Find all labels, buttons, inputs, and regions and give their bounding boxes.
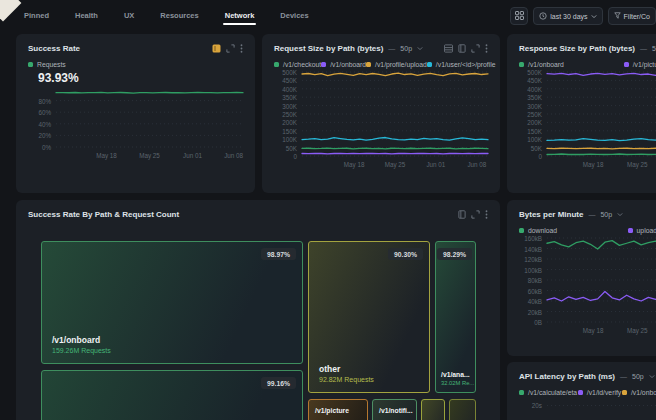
line-chart (302, 72, 488, 156)
line-chart (547, 238, 656, 322)
tab-devices[interactable]: Devices (280, 2, 308, 29)
series-dot (519, 62, 524, 67)
panel-request-size: Request Size by Path (bytes) — 50p /v1/c… (262, 34, 500, 193)
panel-bytes-per-minute: Bytes per Minute — 50p download upload 1… (507, 200, 656, 356)
y-axis: 20s (519, 400, 547, 420)
success-badge: 98.97% (261, 248, 296, 260)
legend-item[interactable]: /v1/id/verify (578, 389, 621, 396)
legend-item-download[interactable]: download (519, 227, 557, 234)
treemap-cell-2[interactable]: 99.16% (41, 370, 303, 420)
legend-label: /v1/id/verify (587, 389, 621, 396)
chevron-down-icon[interactable] (649, 374, 655, 379)
more-menu-icon[interactable] (485, 44, 488, 53)
treemap-cell-small-2[interactable] (449, 399, 476, 420)
treemap-cell-picture[interactable]: /v1/picture (308, 399, 368, 420)
series-dot (366, 62, 371, 67)
tab-pinned[interactable]: Pinned (24, 2, 49, 29)
series-dot (622, 390, 627, 395)
legend-item[interactable]: /v1/picture (624, 61, 656, 68)
percentile-dropdown[interactable]: 50p (600, 211, 612, 218)
legend-item[interactable]: /v1/profile/upload (366, 61, 427, 68)
panel-response-size: Response Size by Path (bytes) — 50p /v1/… (507, 34, 656, 193)
panel-success-rate-by-path: Success Rate By Path & Request Count 98.… (16, 200, 500, 420)
separator: — (620, 373, 627, 380)
line-chart (547, 72, 656, 156)
separator: — (388, 45, 395, 52)
percentile-dropdown[interactable]: 50p (632, 373, 644, 380)
series-dot (624, 62, 629, 67)
table-view-icon[interactable] (444, 44, 453, 53)
treemap-cell-other[interactable]: 90.30% other 92.82M Requests (308, 241, 430, 393)
x-axis: May 18May 25 (547, 160, 656, 172)
cell-path: /v1/ana... (441, 371, 474, 378)
y-axis: 160kB140kB120kB100kB80kB60kB40kB20kB0B (519, 238, 547, 322)
panel-title: Success Rate (28, 44, 80, 53)
legend-item[interactable]: /v1/checkout (274, 61, 321, 68)
x-axis: May 18May 25Jun 01Jun 08 (302, 160, 488, 172)
treemap-cell-small-1[interactable] (421, 399, 445, 420)
line-chart (56, 89, 243, 147)
cell-requests: 159.26M Requests (52, 347, 111, 354)
success-badge: 90.30% (388, 248, 423, 260)
treemap: 98.97% /v1/onboard 159.26M Requests 99.1… (41, 241, 476, 420)
tab-resources[interactable]: Resources (160, 2, 198, 29)
layout-grid-button[interactable] (510, 7, 528, 25)
chevron-down-icon[interactable] (617, 212, 623, 217)
legend-label: /v1/onboard (330, 61, 366, 68)
tab-ux[interactable]: UX (124, 2, 134, 29)
legend-label: /v1/calculate/eta (528, 389, 577, 396)
notebook-pinned-icon[interactable] (212, 44, 221, 53)
legend-item[interactable]: /v1/onboard (321, 61, 366, 68)
panel-title: API Latency by Path (ms) (519, 372, 615, 381)
separator: — (640, 45, 647, 52)
legend-label: download (528, 227, 557, 234)
time-range-dropdown[interactable]: last 30 days (533, 7, 602, 25)
more-menu-icon[interactable] (240, 44, 243, 53)
chevron-down-icon[interactable] (417, 46, 423, 51)
cell-path: /v1/picture (315, 407, 349, 414)
grid-icon (515, 11, 524, 21)
panel-title: Success Rate By Path & Request Count (28, 210, 179, 219)
percentile-dropdown[interactable]: 50p (400, 45, 412, 52)
notebook-icon[interactable] (458, 44, 466, 53)
treemap-cell-ana[interactable]: 98.29% /v1/ana... 32.02M Re... (435, 241, 476, 393)
treemap-cell-onboard[interactable]: 98.97% /v1/onboard 159.26M Requests (41, 241, 303, 364)
legend-label: /v1/profile/upload (375, 61, 427, 68)
success-rate-value: 93.93% (38, 71, 243, 85)
notebook-icon[interactable] (458, 210, 466, 219)
more-menu-icon[interactable] (485, 210, 488, 219)
panel-title: Response Size by Path (bytes) (519, 44, 635, 53)
series-dot (578, 390, 583, 395)
percentile-dropdown[interactable]: 50p (652, 45, 656, 52)
filter-button[interactable]: Filter/Co (608, 7, 656, 25)
series-dot (519, 228, 524, 233)
series-dot (274, 62, 279, 67)
expand-icon[interactable] (471, 210, 480, 219)
request-size-chart: 500K450K400K350K300K250K200K150K100K50K0… (274, 72, 488, 172)
y-axis: 500K450K400K350K300K250K200K150K100K50K0 (519, 72, 547, 156)
legend-item[interactable]: /v1/onbo (622, 389, 656, 396)
panel-title: Request Size by Path (bytes) (274, 44, 383, 53)
legend-label: Requests (37, 61, 66, 68)
tab-network[interactable]: Network (225, 2, 255, 29)
legend-label: /v1/onbo (631, 389, 656, 396)
legend-item[interactable]: /v1/calculate/eta (519, 389, 577, 396)
legend-item-upload[interactable]: upload (628, 227, 656, 234)
panel-success-rate: Success Rate Requests 93.93% 80%60%40%20… (16, 34, 255, 193)
tab-health[interactable]: Health (75, 2, 98, 29)
separator: — (588, 211, 595, 218)
legend-item[interactable]: /v1/user/<id>/profile (427, 61, 496, 68)
expand-icon[interactable] (471, 44, 480, 53)
legend-item[interactable]: /v1/onboard (519, 61, 564, 68)
cell-path: other (319, 364, 374, 374)
legend-item-requests[interactable]: Requests (28, 61, 66, 68)
chevron-down-icon (591, 13, 597, 20)
series-dot (519, 390, 524, 395)
expand-icon[interactable] (226, 44, 235, 53)
legend-label: /v1/onboard (528, 61, 564, 68)
treemap-cell-notifi[interactable]: /v1/notifi... (372, 399, 417, 420)
success-badge: 98.29% (437, 248, 472, 260)
success-rate-chart: 80%60%40%20%0% May 18May 25Jun 01Jun 08 (28, 89, 243, 163)
legend-label: upload (637, 227, 656, 234)
legend-label: /v1/picture (633, 61, 656, 68)
